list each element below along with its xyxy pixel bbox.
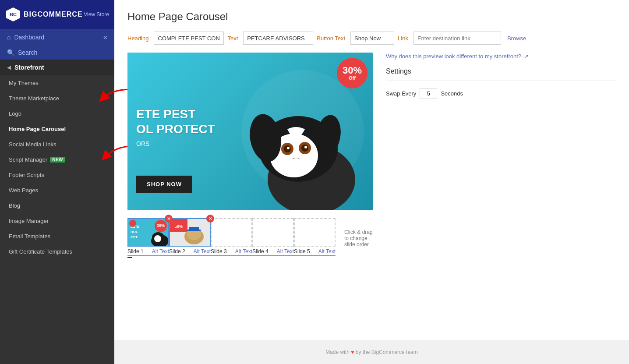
slide-2-label: Slide 2 <box>169 248 185 254</box>
slide-1-label-row: Slide 1 Alt Text <box>127 248 169 256</box>
dashboard-row[interactable]: ⌂ Dashboard « <box>0 29 114 46</box>
slide-thumbnail-1[interactable]: LETE ROL ECT 30% <box>127 218 169 247</box>
slide-5-alt-text[interactable]: Alt Text <box>318 248 336 254</box>
slide-thumbnail-5[interactable] <box>294 218 336 247</box>
svg-text:ROL: ROL <box>131 230 138 234</box>
main-content: Home Page Carousel Heading Text Button T… <box>114 0 629 364</box>
slide-item-1: LETE ROL ECT 30% <box>127 218 169 258</box>
sidebar-item-social-media-links[interactable]: Social Media Links <box>0 137 114 152</box>
sidebar-item-label: Social Media Links <box>9 141 56 148</box>
slide-3-label: Slide 3 <box>211 248 227 254</box>
slide-4-label-row: Slide 4 Alt Text <box>252 248 294 256</box>
slide-item-4: Slide 4 Alt Text <box>252 218 294 256</box>
settings-panel: Why does this preview look different to … <box>386 53 616 99</box>
heading-input[interactable] <box>154 32 224 45</box>
slide-4-alt-text[interactable]: Alt Text <box>277 248 294 254</box>
sidebar-item-script-manager[interactable]: Script Manager NEW <box>0 152 114 167</box>
link-label: Link <box>398 35 408 42</box>
view-store-link[interactable]: View Store <box>84 11 109 18</box>
new-badge: NEW <box>50 157 65 163</box>
discount-percentage: 30% <box>343 66 362 75</box>
slide-2-alt-text[interactable]: Alt Text <box>194 248 211 254</box>
dashboard-link[interactable]: ⌂ Dashboard <box>7 34 44 41</box>
sidebar-item-label: My Themes <box>9 80 39 86</box>
sidebar-item-label: Script Manager <box>9 156 47 163</box>
svg-rect-31 <box>187 230 201 231</box>
slides-row: LETE ROL ECT 30% <box>127 218 373 258</box>
text-label: Text <box>227 35 238 42</box>
why-different-link[interactable]: Why does this preview look different to … <box>386 53 616 60</box>
sidebar-item-my-themes[interactable]: My Themes <box>0 75 114 91</box>
swap-every-input[interactable] <box>420 88 437 99</box>
sidebar-nav: My Themes Theme Marketplace Logo Home Pa… <box>0 75 114 259</box>
heading-label: Heading <box>127 35 148 42</box>
slide-1-label: Slide 1 <box>127 248 144 254</box>
sidebar-item-label: Image Manager <box>9 218 49 224</box>
drag-hint: Click & drag to change slide order <box>344 229 373 247</box>
button-text-input[interactable] <box>350 32 394 45</box>
slide-5-label-row: Slide 5 Alt Text <box>294 248 336 256</box>
sidebar-item-footer-scripts[interactable]: Footer Scripts <box>0 167 114 183</box>
sidebar-item-theme-marketplace[interactable]: Theme Marketplace <box>0 91 114 106</box>
sidebar-item-label: Logo <box>9 110 21 117</box>
button-text-label: Button Text <box>317 35 345 42</box>
why-link-text: Why does this preview look different to … <box>386 53 521 60</box>
slide-thumbnail-4[interactable] <box>252 218 294 247</box>
link-input[interactable] <box>413 32 501 45</box>
overlay-subtext: ORS <box>136 140 241 147</box>
slide-thumbnail-3[interactable] <box>211 218 252 247</box>
sidebar-item-gift-certificate-templates[interactable]: Gift Certificate Templates <box>0 244 114 259</box>
slide-2-delete-button[interactable]: ✕ <box>206 215 214 223</box>
sidebar-item-blog[interactable]: Blog <box>0 198 114 213</box>
page-title: Home Page Carousel <box>127 11 616 23</box>
storefront-section-header: ◀ Storefront <box>0 60 114 75</box>
overlay-heading: ETE PEST OL PROTECT <box>136 107 241 136</box>
brand-name: BIGCOMMERCE <box>24 11 83 18</box>
collapse-button[interactable]: « <box>103 33 107 41</box>
shop-now-button[interactable]: SHOP NOW <box>136 176 192 193</box>
slide-5-label: Slide 5 <box>294 248 310 254</box>
swap-every-label: Swap Every <box>386 90 416 97</box>
heart-icon: ♥ <box>351 349 354 355</box>
sidebar-item-home-page-carousel[interactable]: Home Page Carousel <box>0 121 114 137</box>
sidebar-item-label: Theme Marketplace <box>9 95 59 102</box>
svg-text:ECT: ECT <box>131 235 138 239</box>
heading-line2: OL PROTECT <box>136 122 215 136</box>
slide-1-edit-icon <box>129 220 136 227</box>
external-link-icon: ↗ <box>524 53 529 60</box>
slide-1-delete-button[interactable]: ✕ <box>165 215 173 223</box>
sidebar-item-image-manager[interactable]: Image Manager <box>0 213 114 229</box>
svg-text:30%: 30% <box>157 223 165 228</box>
svg-point-11 <box>304 146 307 148</box>
sidebar-item-label: Email Templates <box>9 233 50 240</box>
search-icon: 🔍 <box>7 49 14 56</box>
slide-2-label-row: Slide 2 Alt Text <box>169 248 211 256</box>
heading-line1: ETE PEST <box>136 107 195 121</box>
storefront-label: Storefront <box>14 64 44 71</box>
carousel-image: 30% Off ETE PEST OL PROTECT ORS SHOP NOW <box>127 53 373 210</box>
slide-3-label-row: Slide 3 Alt Text <box>211 248 252 256</box>
slide-3-alt-text[interactable]: Alt Text <box>235 248 252 254</box>
slide-2-edit-icon <box>171 220 178 227</box>
sidebar-item-logo[interactable]: Logo <box>0 106 114 121</box>
slide-thumbnail-2[interactable]: 30% <box>169 218 211 247</box>
svg-point-24 <box>154 235 161 242</box>
search-label: Search <box>18 49 37 56</box>
seconds-label: Seconds <box>441 90 463 97</box>
swap-every-row: Swap Every Seconds <box>386 88 616 99</box>
content-area: Home Page Carousel Heading Text Button T… <box>114 0 629 340</box>
sidebar-item-label: Home Page Carousel <box>9 126 66 132</box>
sidebar-item-web-pages[interactable]: Web Pages <box>0 183 114 198</box>
browse-button[interactable]: Browse <box>507 35 526 42</box>
slide-item-2: 30% ✕ <box>169 218 211 256</box>
search-row[interactable]: 🔍 Search <box>0 46 114 60</box>
preview-layout: 30% Off ETE PEST OL PROTECT ORS SHOP NOW <box>127 53 616 258</box>
settings-divider <box>386 81 616 81</box>
sidebar-item-label: Footer Scripts <box>9 172 44 178</box>
slide-1-alt-text[interactable]: Alt Text <box>152 248 169 254</box>
settings-title: Settings <box>386 67 616 75</box>
page-footer: Made with ♥ by the BigCommerce team <box>114 340 629 364</box>
discount-badge: 30% Off <box>337 58 368 88</box>
sidebar-item-email-templates[interactable]: Email Templates <box>0 229 114 244</box>
text-input[interactable] <box>243 32 313 45</box>
